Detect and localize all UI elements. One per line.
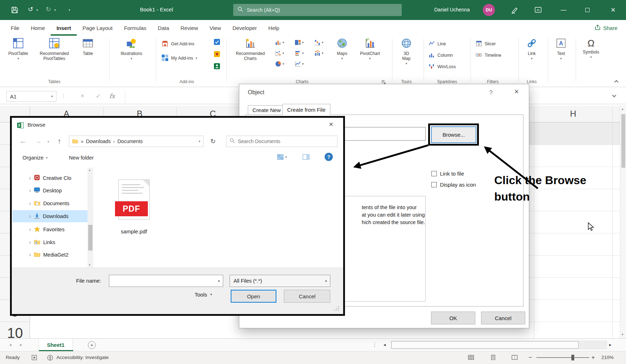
tree-item-downloads[interactable]: › Downloads [12, 210, 87, 222]
slicer-button[interactable]: Slicer [476, 39, 496, 49]
horizontal-scrollbar[interactable] [391, 340, 607, 349]
undo-dropdown-icon[interactable]: ▾ [36, 9, 38, 12]
recent-locations-icon[interactable]: ▾ [47, 140, 49, 143]
insert-column-chart-button[interactable]: ▾ [275, 37, 295, 48]
pdf-file-icon[interactable]: PDF [118, 180, 150, 219]
tree-item-creative-cloud[interactable]: › Creative Clo [12, 172, 87, 184]
tab-create-from-file[interactable]: Create from File [282, 104, 330, 115]
tab-home[interactable]: Home [25, 20, 51, 36]
zoom-slider-track[interactable] [536, 357, 589, 358]
zoom-slider-thumb[interactable] [571, 355, 574, 360]
search-documents-box[interactable] [226, 136, 337, 147]
undo-icon[interactable]: ↺ [28, 6, 33, 12]
tree-item-mediaget2[interactable]: › MediaGet2 [12, 249, 87, 261]
illustrations-button[interactable]: Illustrations ▾ [114, 38, 149, 60]
macro-record-icon[interactable] [31, 355, 37, 362]
file-name-input[interactable] [109, 275, 209, 286]
back-icon[interactable]: ← [20, 137, 27, 145]
refresh-icon[interactable]: ↻ [210, 137, 216, 145]
crumb-overflow-icon[interactable]: « [81, 138, 84, 144]
sheet-nav-right-icon[interactable]: ▸ [20, 342, 22, 347]
scroll-down-icon[interactable]: ▾ [622, 333, 624, 336]
quick-access-customize-icon[interactable]: ▾ [69, 9, 70, 12]
text-button[interactable]: A Text ▾ [551, 38, 571, 60]
insert-function-icon[interactable]: fx [109, 92, 115, 100]
normal-view-icon[interactable] [468, 354, 474, 362]
3d-map-button[interactable]: 3D Map ▾ [395, 38, 418, 65]
tab-bar-splitter[interactable]: ⋮ [372, 342, 377, 348]
insert-hierarchy-chart-button[interactable]: ▾ [295, 37, 314, 48]
horizontal-scrollbar-thumb[interactable] [391, 341, 579, 349]
zoom-in-icon[interactable]: + [591, 354, 595, 361]
address-dropdown-icon[interactable]: ▾ [199, 140, 200, 143]
timeline-button[interactable]: Timeline [476, 51, 501, 60]
worksheet-grid[interactable]: H [529, 106, 620, 338]
addin-icon-green[interactable] [214, 63, 220, 71]
vertical-scrollbar-thumb[interactable] [621, 114, 625, 168]
hscroll-left-icon[interactable]: ◂ [384, 342, 386, 347]
insert-line-chart-button[interactable]: ▾ [295, 59, 314, 69]
share-button[interactable]: Share [595, 22, 617, 34]
close-icon[interactable]: × [329, 120, 333, 128]
insert-waterfall-chart-button[interactable]: ▾ [314, 37, 334, 48]
cancel-button[interactable]: Cancel [481, 312, 525, 324]
tab-help[interactable]: Help [262, 20, 285, 36]
add-sheet-button[interactable]: + [88, 341, 96, 349]
insert-combo-chart-button[interactable]: ▾ [314, 48, 334, 59]
tools-button[interactable]: Tools ▾ [195, 292, 212, 298]
save-icon[interactable] [11, 6, 19, 15]
file-type-combo[interactable]: All Files (*.*) ▾ [230, 275, 330, 287]
resize-grip[interactable] [334, 305, 340, 313]
page-layout-view-icon[interactable] [490, 354, 496, 362]
tab-insert[interactable]: Insert [51, 20, 77, 36]
close-button[interactable]: × [606, 0, 620, 20]
tree-item-favorites[interactable]: › Favorites [12, 223, 87, 236]
sheet-tab-sheet1[interactable]: Sheet1 [39, 339, 73, 351]
expand-formula-bar-icon[interactable] [612, 93, 616, 97]
help-icon[interactable]: ? [325, 153, 333, 161]
tab-data[interactable]: Data [152, 20, 175, 36]
organize-button[interactable]: Organize ▾ [22, 155, 47, 161]
preview-pane-icon[interactable] [302, 154, 310, 162]
tab-create-new[interactable]: Create New [248, 105, 285, 115]
tab-file[interactable]: File [5, 20, 25, 36]
tree-item-links[interactable]: › Links [12, 236, 87, 248]
pivottable-button[interactable]: PivotTable ▾ [4, 38, 32, 60]
formula-bar-splitter[interactable]: ⋮ [61, 92, 66, 99]
tree-item-documents[interactable]: › Documents [12, 197, 87, 209]
table-button[interactable]: Table [76, 38, 99, 56]
breadcrumb-documents[interactable]: Documents [117, 138, 143, 144]
address-bar[interactable]: « Downloads › Documents ▾ [69, 136, 204, 147]
change-view-button[interactable]: ▾ [277, 153, 287, 161]
get-addins-button[interactable]: Get Add-ins [161, 39, 194, 49]
confirm-entry-icon[interactable]: ✓ [96, 92, 101, 100]
insert-pie-chart-button[interactable]: ▾ [275, 59, 295, 69]
search-documents-input[interactable] [238, 138, 324, 144]
zoom-level[interactable]: 210% [601, 355, 614, 360]
zoom-out-icon[interactable]: − [529, 354, 532, 361]
maximize-button[interactable] [580, 0, 595, 20]
tab-page-layout[interactable]: Page Layout [77, 20, 118, 36]
redo-icon[interactable]: ↻ [46, 6, 51, 12]
sparkline-line-button[interactable]: Line [429, 39, 446, 49]
file-name-combo[interactable]: ▾ [109, 275, 223, 287]
cancel-button[interactable]: Cancel [284, 290, 330, 303]
pivotchart-button[interactable]: PivotChart ▾ [356, 38, 384, 60]
scroll-up-icon[interactable]: ▴ [89, 168, 90, 172]
ribbon-display-options-icon[interactable] [534, 6, 542, 15]
insert-scatter-chart-button[interactable]: ▾ [275, 48, 295, 59]
cancel-entry-icon[interactable]: × [81, 92, 84, 100]
tab-view[interactable]: View [204, 20, 227, 36]
symbols-button[interactable]: Ω Symbols ▾ [579, 38, 604, 59]
vertical-scrollbar[interactable]: ▴ ▾ [620, 106, 626, 338]
recommended-pivottables-button[interactable]: Recommended PivotTables [34, 38, 74, 61]
addin-icon-blue[interactable] [214, 39, 220, 47]
avatar[interactable]: DU [483, 4, 495, 16]
scroll-down-icon[interactable]: ▾ [89, 263, 90, 267]
insert-bar-chart-button[interactable]: ▾ [295, 48, 314, 59]
my-addins-button[interactable]: My Add-ins ▾ [161, 54, 197, 63]
addin-icon-yellow[interactable] [214, 51, 220, 59]
redo-dropdown-icon[interactable]: ▾ [54, 9, 56, 12]
display-as-icon-checkbox[interactable] [431, 182, 437, 187]
ok-button[interactable]: OK [431, 312, 475, 324]
